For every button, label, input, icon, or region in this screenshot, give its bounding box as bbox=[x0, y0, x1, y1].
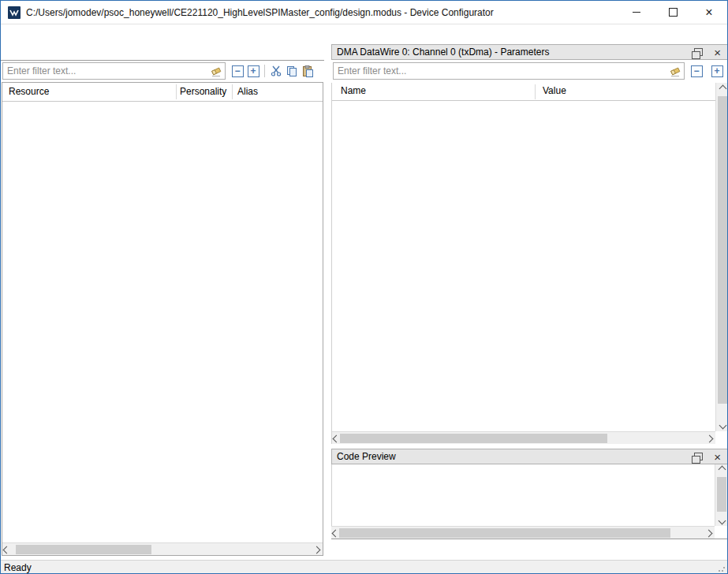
column-divider bbox=[232, 84, 233, 99]
status-text: Ready bbox=[4, 562, 32, 573]
close-button[interactable]: × bbox=[691, 1, 727, 24]
params-title: DMA DataWire 0: Channel 0 (txDma) - Para… bbox=[332, 47, 694, 58]
resize-grip-icon[interactable] bbox=[718, 565, 726, 572]
left-hscrollbar[interactable] bbox=[2, 542, 323, 555]
resource-tree bbox=[2, 102, 323, 543]
statusbar: Ready bbox=[1, 560, 727, 574]
params-dock-header: DMA DataWire 0: Channel 0 (txDma) - Para… bbox=[331, 44, 728, 60]
params-toolbar: − + bbox=[689, 63, 725, 79]
scroll-right-icon[interactable] bbox=[314, 547, 319, 553]
close-icon: × bbox=[705, 6, 712, 19]
params-rows bbox=[332, 100, 715, 431]
collapse-all-button[interactable]: − bbox=[230, 63, 245, 79]
left-filter-wrap bbox=[2, 62, 226, 80]
params-filter-wrap bbox=[333, 62, 685, 80]
scroll-left-icon[interactable] bbox=[334, 436, 339, 442]
column-value: Value bbox=[543, 85, 566, 96]
toolbar-separator bbox=[264, 65, 265, 77]
params-hscrollbar[interactable] bbox=[332, 431, 715, 444]
device-configurator-window: C:/Users/jomodev/psoc_honeywell/CE221120… bbox=[0, 0, 728, 574]
expand-all-button[interactable]: + bbox=[245, 63, 261, 79]
float-panel-icon[interactable] bbox=[694, 453, 703, 460]
float-panel-icon[interactable] bbox=[694, 48, 703, 56]
minimize-icon bbox=[633, 12, 640, 13]
minimize-button[interactable] bbox=[618, 1, 655, 24]
window-title: C:/Users/jomodev/psoc_honeywell/CE221120… bbox=[26, 7, 494, 18]
column-divider bbox=[176, 84, 177, 99]
scroll-left-icon[interactable] bbox=[333, 531, 338, 536]
params-filter-input[interactable] bbox=[333, 62, 685, 80]
paste-button[interactable] bbox=[300, 63, 315, 79]
column-divider bbox=[535, 84, 536, 99]
params-header: Name Value bbox=[332, 83, 715, 101]
column-name: Name bbox=[341, 85, 366, 96]
copy-icon bbox=[286, 65, 298, 77]
paste-icon bbox=[301, 65, 314, 77]
left-toolbar: − + bbox=[230, 63, 315, 79]
close-panel-icon[interactable]: × bbox=[714, 451, 721, 463]
expand-all-button[interactable]: + bbox=[709, 63, 725, 79]
left-filter-input[interactable] bbox=[2, 62, 226, 80]
menubar bbox=[1, 24, 727, 43]
column-alias: Alias bbox=[237, 86, 258, 97]
code-vscroll-thumb[interactable] bbox=[717, 477, 726, 512]
bottom-tabbar bbox=[331, 539, 728, 559]
column-personality: Personality bbox=[180, 86, 226, 97]
copy-button[interactable] bbox=[284, 63, 300, 79]
expand-all-icon: + bbox=[711, 65, 723, 77]
resource-table-header: Resource Personality Alias bbox=[2, 83, 323, 102]
params-vscrollbar[interactable] bbox=[715, 83, 728, 431]
code-hscroll-thumb[interactable] bbox=[339, 528, 670, 538]
scroll-right-icon[interactable] bbox=[706, 531, 711, 536]
scroll-right-icon[interactable] bbox=[707, 436, 712, 442]
left-tabbar bbox=[1, 43, 324, 61]
scroll-left-icon[interactable] bbox=[4, 547, 9, 553]
close-panel-icon[interactable]: × bbox=[714, 47, 721, 58]
code-hscrollbar[interactable] bbox=[331, 526, 715, 539]
code-vscrollbar[interactable] bbox=[715, 464, 728, 526]
clear-filter-icon[interactable] bbox=[669, 65, 681, 77]
expand-all-icon: + bbox=[248, 65, 259, 77]
scroll-down-icon[interactable] bbox=[720, 423, 726, 428]
resource-table: Resource Personality Alias bbox=[2, 82, 323, 556]
scroll-up-icon[interactable] bbox=[719, 467, 725, 472]
code-preview-title: Code Preview bbox=[332, 451, 694, 462]
maximize-icon bbox=[669, 8, 678, 17]
app-icon bbox=[8, 6, 21, 19]
cut-button[interactable] bbox=[268, 63, 284, 79]
collapse-all-icon: − bbox=[691, 65, 703, 77]
code-preview-area[interactable] bbox=[331, 464, 715, 526]
clear-filter-icon[interactable] bbox=[210, 65, 222, 77]
params-table: Name Value bbox=[331, 83, 728, 444]
collapse-all-icon: − bbox=[232, 65, 244, 77]
params-hscroll-thumb[interactable] bbox=[340, 434, 607, 443]
collapse-all-button[interactable]: − bbox=[689, 63, 704, 79]
code-dock-header: Code Preview × bbox=[331, 449, 728, 464]
left-hscroll-thumb[interactable] bbox=[16, 545, 151, 554]
scroll-down-icon[interactable] bbox=[719, 518, 725, 524]
column-resource: Resource bbox=[9, 86, 49, 97]
maximize-button[interactable] bbox=[655, 1, 691, 24]
params-vscroll-thumb[interactable] bbox=[718, 96, 727, 404]
scroll-up-icon[interactable] bbox=[720, 86, 726, 91]
cut-icon bbox=[270, 65, 282, 77]
